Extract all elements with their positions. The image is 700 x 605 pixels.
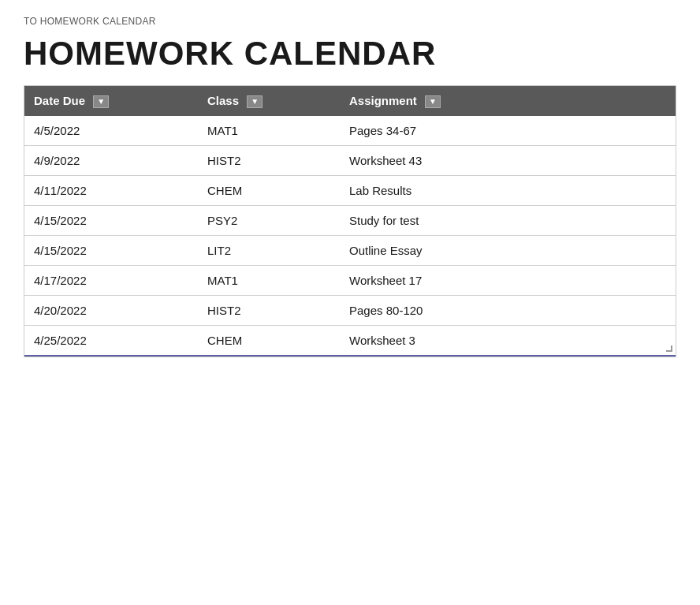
- cell-class: HIST2: [198, 296, 340, 326]
- col-header-class: Class ▼: [198, 86, 340, 116]
- cell-assignment: Study for test: [340, 206, 676, 236]
- table-row: 4/15/2022LIT2Outline Essay: [24, 236, 676, 266]
- col-header-date: Date Due ▼: [24, 86, 198, 116]
- cell-class: CHEM: [198, 176, 340, 206]
- cell-class: MAT1: [198, 116, 340, 146]
- cell-class: LIT2: [198, 236, 340, 266]
- table-row: 4/11/2022CHEMLab Results: [24, 176, 676, 206]
- breadcrumb: TO HOMEWORK CALENDAR: [24, 16, 676, 27]
- cell-date: 4/9/2022: [24, 146, 198, 176]
- table-row: 4/17/2022MAT1Worksheet 17: [24, 266, 676, 296]
- filter-date-button[interactable]: ▼: [93, 95, 109, 108]
- table-row: 4/20/2022HIST2Pages 80-120: [24, 296, 676, 326]
- cell-assignment: Pages 34-67: [340, 116, 676, 146]
- cell-class: HIST2: [198, 146, 340, 176]
- resize-handle[interactable]: [666, 345, 672, 352]
- cell-date: 4/5/2022: [24, 116, 198, 146]
- filter-assignment-button[interactable]: ▼: [425, 95, 441, 108]
- table-row: 4/9/2022HIST2Worksheet 43: [24, 146, 676, 176]
- table-header-row: Date Due ▼ Class ▼ Assignment ▼: [24, 86, 676, 116]
- cell-assignment: Pages 80-120: [340, 296, 676, 326]
- cell-date: 4/25/2022: [24, 326, 198, 357]
- table-row: 4/25/2022CHEMWorksheet 3: [24, 326, 676, 357]
- cell-date: 4/17/2022: [24, 266, 198, 296]
- cell-date: 4/11/2022: [24, 176, 198, 206]
- col-header-assignment: Assignment ▼: [340, 86, 676, 116]
- cell-assignment: Worksheet 43: [340, 146, 676, 176]
- cell-assignment: Worksheet 3: [340, 326, 676, 357]
- cell-date: 4/15/2022: [24, 236, 198, 266]
- cell-assignment: Outline Essay: [340, 236, 676, 266]
- table-row: 4/15/2022PSY2Study for test: [24, 206, 676, 236]
- cell-class: MAT1: [198, 266, 340, 296]
- table-row: 4/5/2022MAT1Pages 34-67: [24, 116, 676, 146]
- cell-class: CHEM: [198, 326, 340, 357]
- cell-assignment: Worksheet 17: [340, 266, 676, 296]
- cell-assignment: Lab Results: [340, 176, 676, 206]
- cell-date: 4/20/2022: [24, 296, 198, 326]
- cell-class: PSY2: [198, 206, 340, 236]
- filter-class-button[interactable]: ▼: [247, 95, 262, 108]
- homework-table: Date Due ▼ Class ▼ Assignment ▼ 4/5/2022…: [24, 86, 676, 357]
- table-container: Date Due ▼ Class ▼ Assignment ▼ 4/5/2022…: [24, 85, 676, 357]
- page-title: HOMEWORK CALENDAR: [24, 35, 676, 73]
- cell-date: 4/15/2022: [24, 206, 198, 236]
